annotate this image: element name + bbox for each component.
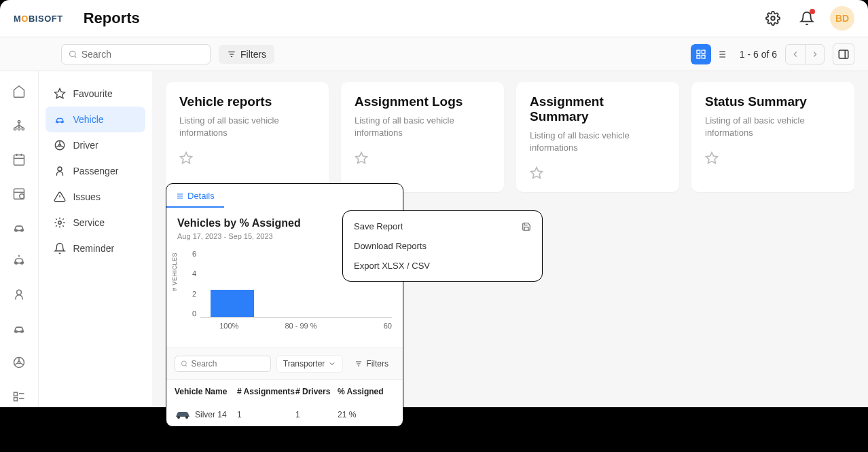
sidebar-item-driver[interactable]: Driver [46, 132, 145, 158]
filters-label: Filters [240, 49, 266, 60]
y-axis-label: # VEHICLES [171, 252, 178, 291]
sidebar-label: Driver [73, 140, 98, 151]
sidebar-item-favourite[interactable]: Favourite [46, 81, 145, 107]
transporter-dropdown[interactable]: Transporter [276, 355, 344, 373]
rail-schedule[interactable] [5, 183, 33, 204]
svg-point-70 [177, 416, 180, 419]
calendar-icon [12, 153, 26, 166]
chevron-left-icon [791, 50, 800, 59]
svg-rect-16 [839, 50, 848, 58]
search-box[interactable] [61, 44, 211, 64]
svg-rect-7 [702, 50, 705, 54]
sidebar-label: Favourite [73, 88, 112, 99]
sidebar-item-service[interactable]: Service [46, 210, 145, 236]
svg-line-2 [75, 56, 76, 57]
svg-rect-8 [702, 55, 705, 58]
svg-point-57 [58, 221, 62, 225]
report-card-vehicle[interactable]: Vehicle reports Listing of all basic veh… [166, 82, 329, 192]
star-outline-icon[interactable] [530, 166, 543, 180]
pager-prev[interactable] [786, 45, 805, 64]
steering-icon [54, 139, 66, 151]
user-avatar[interactable]: BD [830, 6, 854, 31]
xtick: 60 [344, 322, 392, 330]
svg-point-21 [18, 128, 20, 130]
transporter-label: Transporter [283, 359, 325, 369]
svg-point-34 [17, 290, 22, 295]
rail-user[interactable] [5, 284, 33, 305]
col-header: Vehicle Name [175, 387, 237, 396]
svg-line-66 [185, 365, 187, 366]
context-menu: Save Report Download Reports Export XLSX… [342, 210, 543, 282]
grid-icon [695, 49, 706, 60]
filters-button[interactable]: Filters [219, 45, 274, 64]
search-icon [69, 50, 77, 59]
car-icon [12, 253, 26, 268]
car-icon [54, 113, 66, 126]
svg-marker-46 [55, 89, 65, 98]
star-outline-icon[interactable] [705, 151, 719, 165]
rail-car3[interactable] [5, 318, 33, 339]
report-card-assignment-logs[interactable]: Assignment Logs Listing of all basic veh… [341, 82, 504, 192]
gear-icon [54, 216, 66, 229]
panel-toggle-button[interactable] [833, 43, 854, 65]
rail-layout[interactable] [5, 385, 33, 407]
rail-car1[interactable] [5, 216, 33, 238]
notifications-button[interactable] [796, 7, 818, 29]
detail-filters-button[interactable]: Filters [348, 356, 395, 372]
svg-point-50 [59, 145, 61, 147]
ytick: 4 [188, 269, 196, 278]
svg-marker-58 [181, 153, 192, 164]
star-outline-icon[interactable] [179, 151, 193, 165]
rail-org[interactable] [5, 115, 33, 136]
svg-point-18 [18, 120, 20, 122]
sidebar-item-vehicle[interactable]: Vehicle [46, 107, 145, 132]
report-card-assignment-summary[interactable]: Assignment Summary Listing of all basic … [516, 82, 679, 192]
card-desc: Listing of all basic vehicle information… [705, 115, 841, 139]
search-icon [181, 360, 188, 368]
sidebar-label: Issues [73, 191, 100, 202]
ytick: 2 [188, 290, 196, 298]
detail-search[interactable] [175, 356, 271, 372]
ctx-export[interactable]: Export XLSX / CSV [343, 256, 542, 276]
settings-button[interactable] [762, 7, 784, 29]
tab-details[interactable]: Details [166, 184, 224, 208]
user-icon [54, 165, 66, 177]
table-row[interactable]: Silver 14 1 1 21 % [166, 403, 403, 426]
ctx-save-report[interactable]: Save Report [343, 216, 542, 236]
search-input[interactable] [82, 49, 203, 60]
list-view-button[interactable] [711, 44, 731, 64]
svg-rect-42 [14, 392, 18, 396]
car-icon [12, 220, 26, 235]
sidebar-label: Reminder [73, 243, 114, 254]
ctx-label: Download Reports [354, 241, 427, 251]
layout-icon [12, 390, 26, 403]
svg-marker-61 [706, 153, 718, 164]
sidebar-item-issues[interactable]: Issues [46, 184, 145, 210]
card-title: Status Summary [705, 94, 841, 109]
svg-point-28 [20, 194, 24, 199]
home-icon [12, 85, 26, 98]
cell-name: Silver 14 [195, 410, 227, 419]
rail-calendar[interactable] [5, 149, 33, 170]
star-outline-icon[interactable] [355, 151, 368, 165]
panel-icon [837, 48, 850, 60]
list-icon [176, 192, 184, 200]
notification-dot [810, 9, 815, 14]
rail-car2[interactable] [5, 250, 33, 272]
rail-steering[interactable] [5, 352, 33, 373]
pager-next[interactable] [805, 45, 824, 64]
car-icon [12, 321, 26, 336]
sidebar-item-reminder[interactable]: Reminder [46, 236, 145, 261]
sidebar-item-passenger[interactable]: Passenger [46, 158, 145, 184]
svg-marker-59 [356, 153, 367, 164]
report-card-status-summary[interactable]: Status Summary Listing of all basic vehi… [691, 82, 854, 192]
cell-pct: 21 % [338, 410, 395, 419]
ytick: 0 [188, 309, 196, 318]
rail-home[interactable] [5, 81, 33, 102]
grid-view-button[interactable] [691, 44, 711, 64]
detail-search-input[interactable] [192, 359, 265, 369]
sidebar-label: Vehicle [73, 114, 103, 125]
svg-rect-6 [697, 50, 700, 54]
star-icon [54, 88, 66, 100]
ctx-download-reports[interactable]: Download Reports [343, 236, 542, 256]
